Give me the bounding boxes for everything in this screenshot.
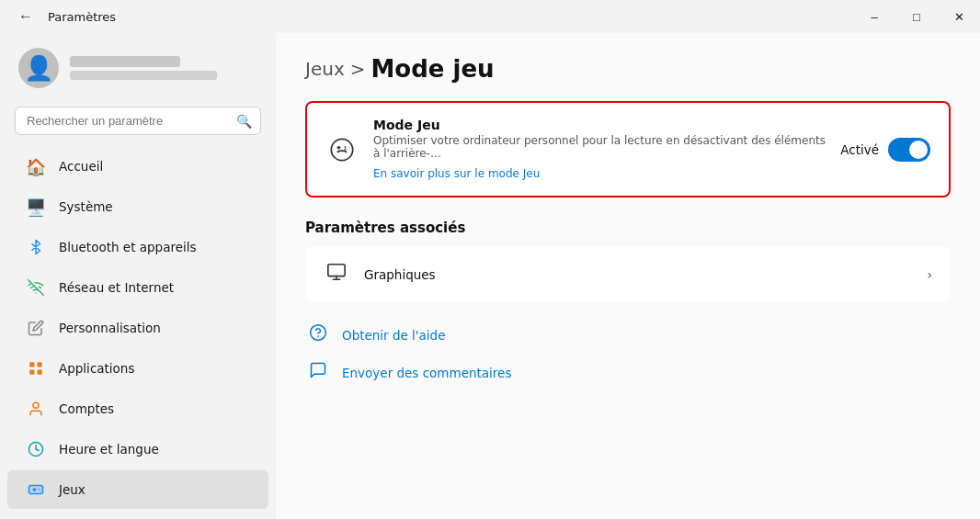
search-box: 🔍 <box>15 107 261 135</box>
apps-icon <box>26 358 46 378</box>
sidebar-item-bluetooth[interactable]: Bluetooth et appareils <box>7 228 268 266</box>
game-mode-status: Activé <box>840 138 930 162</box>
search-icon: 🔍 <box>236 114 252 129</box>
personalize-icon <box>26 318 46 338</box>
system-icon: 🖥️ <box>26 197 46 217</box>
sidebar-item-accueil[interactable]: 🏠 Accueil <box>7 147 268 186</box>
titlebar-left: ← Paramètres <box>13 5 116 28</box>
breadcrumb-parent[interactable]: Jeux <box>305 58 345 80</box>
game-mode-title: Mode Jeu <box>373 118 826 132</box>
game-mode-card: Mode Jeu Optimiser votre ordinateur pers… <box>305 101 951 197</box>
svg-rect-1 <box>38 362 42 367</box>
avatar-icon: 👤 <box>24 54 53 82</box>
svg-rect-16 <box>328 265 345 276</box>
titlebar-title: Paramètres <box>48 10 116 24</box>
minimize-button[interactable]: – <box>853 0 895 33</box>
sidebar-item-label-bluetooth: Bluetooth et appareils <box>59 240 197 254</box>
sidebar-item-label-accueil: Accueil <box>59 159 103 174</box>
sidebar-item-label-applications: Applications <box>59 361 134 376</box>
graphics-icon <box>324 262 349 287</box>
titlebar: ← Paramètres – □ ✕ <box>0 0 980 33</box>
app-body: 👤 🔍 🏠 Accueil 🖥️ Système <box>0 33 980 519</box>
time-icon <box>26 439 46 459</box>
sidebar-item-personnalisation[interactable]: Personnalisation <box>7 309 268 347</box>
breadcrumb-separator: > <box>350 58 366 80</box>
graphics-row[interactable]: Graphiques › <box>305 247 951 301</box>
chevron-right-icon: › <box>927 267 932 282</box>
maximize-button[interactable]: □ <box>895 0 938 33</box>
help-section: Obtenir de l'aide Envoyer des commentair… <box>305 316 951 391</box>
profile-email <box>70 71 217 80</box>
sidebar-item-label-jeux: Jeux <box>59 482 85 497</box>
help-label-feedback: Envoyer des commentaires <box>342 366 511 380</box>
game-mode-description: Optimiser votre ordinateur personnel pou… <box>373 134 826 160</box>
network-icon <box>26 277 46 298</box>
help-label-aide: Obtenir de l'aide <box>342 328 445 343</box>
graphics-card: Graphiques › <box>305 247 951 301</box>
svg-point-10 <box>40 490 41 491</box>
svg-point-19 <box>311 325 326 341</box>
sidebar-item-comptes[interactable]: Comptes <box>7 389 268 428</box>
breadcrumb-current: Mode jeu <box>370 55 494 83</box>
svg-point-15 <box>345 148 347 150</box>
bluetooth-icon <box>26 237 46 257</box>
game-mode-link[interactable]: En savoir plus sur le mode Jeu <box>373 167 540 180</box>
game-mode-icon <box>325 133 359 166</box>
associated-section-title: Paramètres associés <box>305 220 951 236</box>
svg-rect-0 <box>29 362 34 367</box>
avatar: 👤 <box>18 48 59 88</box>
sidebar-item-label-comptes: Comptes <box>59 401 114 416</box>
svg-point-14 <box>345 146 347 148</box>
svg-rect-3 <box>38 370 42 375</box>
sidebar-item-heure[interactable]: Heure et langue <box>7 430 268 468</box>
content-area: Jeux > Mode jeu Mode Jeu Optimiser votre… <box>276 33 980 519</box>
svg-rect-2 <box>29 370 34 375</box>
graphics-label: Graphiques <box>364 267 912 282</box>
accounts-icon <box>26 399 46 419</box>
profile-info <box>70 56 217 80</box>
search-input[interactable] <box>15 107 261 135</box>
svg-point-9 <box>38 489 40 491</box>
sidebar-item-applications[interactable]: Applications <box>7 349 268 388</box>
game-mode-text: Mode Jeu Optimiser votre ordinateur pers… <box>373 118 826 181</box>
status-label: Activé <box>840 142 879 157</box>
games-icon <box>26 480 46 500</box>
svg-point-4 <box>33 402 39 408</box>
help-link-aide[interactable]: Obtenir de l'aide <box>305 316 951 354</box>
sidebar: 👤 🔍 🏠 Accueil 🖥️ Système <box>0 33 276 519</box>
profile-name <box>70 56 180 67</box>
sidebar-item-label-reseau: Réseau et Internet <box>59 280 174 295</box>
sidebar-item-label-heure: Heure et langue <box>59 442 159 457</box>
feedback-icon <box>305 361 331 384</box>
sidebar-item-jeux[interactable]: Jeux <box>7 470 268 509</box>
sidebar-item-systeme[interactable]: 🖥️ Système <box>7 187 268 226</box>
sidebar-item-label-personnalisation: Personnalisation <box>59 321 161 335</box>
back-button[interactable]: ← <box>13 5 39 28</box>
breadcrumb: Jeux > Mode jeu <box>305 55 951 83</box>
svg-point-11 <box>331 139 352 160</box>
close-button[interactable]: ✕ <box>938 0 980 33</box>
profile-section[interactable]: 👤 <box>0 33 276 103</box>
help-link-feedback[interactable]: Envoyer des commentaires <box>305 354 951 391</box>
sidebar-item-reseau[interactable]: Réseau et Internet <box>7 268 268 307</box>
sidebar-item-label-systeme: Système <box>59 199 113 214</box>
game-mode-toggle[interactable] <box>888 138 930 162</box>
help-icon <box>305 323 331 346</box>
home-icon: 🏠 <box>26 156 46 176</box>
nav-items: 🏠 Accueil 🖥️ Système Bluetooth et appare… <box>0 146 276 519</box>
titlebar-controls: – □ ✕ <box>853 0 980 33</box>
